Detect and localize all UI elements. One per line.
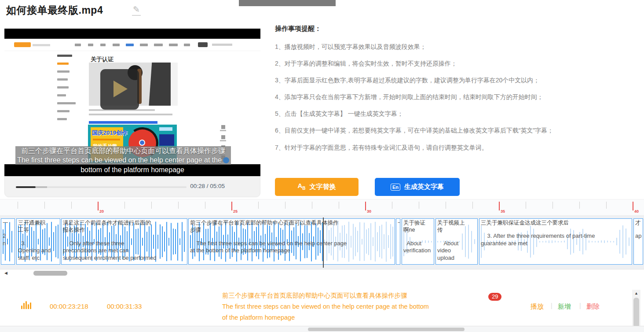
timeline-segment[interactable]: 才ap	[633, 218, 643, 265]
video-site-sidebar	[57, 55, 85, 126]
segment-zh-text: 才	[635, 219, 641, 226]
text-replace-button[interactable]: AB 文字替换	[275, 178, 359, 196]
add-subtitle-button[interactable]: 新增	[558, 302, 571, 311]
video-player: 关于认证 国庆2019创作	[4, 29, 260, 197]
generate-english-button[interactable]: En 生成英文字幕	[375, 178, 460, 196]
ruler-major-tick	[633, 202, 633, 210]
timeline-segment[interactable]: 三关于兼职保证金达成这三个要求后 3. After the three requ…	[479, 218, 632, 265]
tip-item: 1、播放视频时，可以预览字幕效果以及音频波段效果；	[275, 43, 643, 50]
segment-zh-text: 一	[3, 219, 13, 226]
playhead[interactable]	[323, 218, 324, 268]
start-time[interactable]: 00:00:23:218	[50, 302, 88, 310]
progress-bar[interactable]	[16, 186, 187, 188]
ruler-major-tick	[365, 202, 366, 210]
play-icon	[113, 81, 128, 97]
segment-en-text: 3. After the three requirements of part-…	[481, 232, 630, 247]
timeline-segment[interactable]: 一2 n	[1, 218, 15, 265]
progress-buffer	[36, 186, 47, 188]
segment-en-text: About video upload	[437, 240, 476, 262]
segment-zh-text: 关于验证 啊ne	[403, 219, 432, 234]
video-frame: 关于认证 国庆2019创作	[4, 29, 260, 176]
video-letterbox: bottom of the platform homepage	[4, 164, 260, 176]
tip-item: 6、目前仅支持一键中译英，若想要纯英文字幕，可在中译英的基础上修改英文字幕后下载…	[275, 127, 643, 134]
ruler-tick	[71, 202, 72, 209]
timeline-segment[interactable]: 关于视频上 传 About video upload	[435, 218, 478, 265]
ruler-tick	[258, 202, 259, 209]
ruler-tick	[18, 202, 18, 209]
play-button[interactable]	[100, 69, 139, 110]
delete-subtitle-button[interactable]: 删除	[586, 302, 600, 311]
timeline-scrollbar-thumb[interactable]	[33, 271, 67, 276]
subtitle-text-block[interactable]: 前三个步骤在平台首页底部的帮助中心页面可以查看具体操作步骤 The first …	[222, 290, 486, 323]
timeline-scrollbar: ◀	[0, 270, 644, 277]
subtitle-line-zh: 前三个步骤在平台首页底部的帮助中心页面可以查看具体操作步骤	[15, 146, 231, 155]
banner-title: 国庆2019创作	[92, 129, 128, 137]
ruler-tick	[339, 202, 339, 209]
segment-en-text: 3. Opening and staff, etc	[18, 240, 59, 262]
ruler-tick	[285, 202, 285, 209]
segment-zh-text: 前三个步骤在平台首页底部的帮助中心页面可以查看具体操作 步骤	[190, 219, 393, 234]
player-time: 00:28 / 05:05	[190, 183, 225, 189]
ruler-major-tick	[231, 202, 232, 210]
segment-zh-text: 满足这三个前提条件才能进行后面的 报名操作	[63, 219, 186, 234]
page-scrollbar	[0, 326, 644, 332]
ruler-tick	[205, 202, 205, 209]
segment-zh-text: 关于视频上 传	[437, 219, 476, 234]
ruler-major-tick	[98, 202, 99, 210]
play-subtitle-button[interactable]: 播放	[531, 302, 544, 311]
replace-icon: AB	[297, 182, 305, 191]
ruler-tick	[178, 202, 179, 209]
timeline-segment[interactable]: 三开通兼职 工等 3. Opening and staff, etc	[16, 218, 60, 265]
tip-item: 7、针对于字幕的字面意思，若有特殊专业词汇及语句，请自行调整英文单词。	[275, 144, 643, 151]
subtitle-en-text[interactable]: The first three steps can be viewed on t…	[222, 301, 486, 323]
timeline-segment[interactable]: 满足这三个前提条件才能进行后面的 报名操作 Only after these t…	[61, 218, 187, 265]
subtitle-editor-page: 如何接单最终版.mp4 ✎	[0, 0, 644, 332]
player-controls: 00:28 / 05:05	[4, 176, 260, 197]
scroll-left-arrow-icon[interactable]: ◀	[4, 271, 7, 275]
segment-en-text: 2 n	[3, 232, 13, 247]
ruler-tick-label: 25	[233, 209, 238, 214]
video-site-logo	[14, 42, 31, 47]
tip-item: 4、添加字幕只会在当前字幕下方新增，开始时间取上面的结束时间，结束时间取下方的开…	[275, 93, 643, 100]
ruler-tick-label: 30	[367, 209, 371, 214]
ruler-tick	[124, 202, 125, 209]
ruler-tick-label: 35	[501, 209, 505, 214]
waveform-icon[interactable]	[21, 301, 31, 309]
ruler-major-tick	[499, 202, 500, 210]
page-scrollbar-thumb[interactable]	[308, 328, 465, 331]
page-title: 如何接单最终版.mp4	[6, 4, 103, 17]
edit-title-icon[interactable]: ✎	[132, 4, 141, 16]
ruler-tick-label: 20	[99, 209, 104, 214]
subtitle-overlay: 前三个步骤在平台首页底部的帮助中心页面可以查看具体操作步骤 The first …	[15, 146, 231, 165]
segment-en-text: The first three steps can be viewed on t…	[190, 240, 393, 255]
ruler-tick	[44, 202, 45, 209]
tips-title: 操作事项提醒：	[275, 25, 321, 33]
timeline-segment[interactable]: 前三个步骤在平台首页底部的帮助中心页面可以查看具体操作 步骤 The first…	[188, 218, 395, 265]
list-scrollbar-thumb[interactable]	[633, 298, 639, 328]
timeline-ruler[interactable]: 2025303540	[0, 199, 644, 216]
ruler-tick	[151, 202, 152, 209]
end-time[interactable]: 00:00:31:33	[107, 302, 142, 310]
en-icon: En	[391, 184, 400, 191]
ruler-tick	[419, 202, 419, 209]
segment-en-text: About verification	[403, 240, 432, 255]
tips-list: 1、播放视频时，可以预览字幕效果以及音频波段效果；2、对于字幕的调整和编辑，将会…	[275, 43, 643, 161]
subtitle-line-en2: bottom of the platform homepage	[4, 164, 260, 176]
segment-zh-text: 三开通兼职 工等	[18, 219, 59, 234]
ruler-tick	[579, 202, 580, 209]
scroll-up-arrow-icon[interactable]: ▲	[632, 291, 640, 295]
segment-zh-text: 一	[398, 219, 399, 226]
timeline-segment[interactable]: 关于验证 啊ne About verification	[402, 218, 434, 265]
ruler-tick	[392, 202, 392, 209]
ruler-tick-label: 40	[634, 209, 639, 214]
ruler-tick	[446, 202, 446, 209]
ruler-tick	[526, 202, 526, 209]
segment-en-text: Only after these three preconditions are…	[63, 240, 186, 262]
progress-fill	[16, 186, 36, 188]
timeline-segment[interactable]: 一	[396, 218, 400, 265]
subtitle-zh-text[interactable]: 前三个步骤在平台首页底部的帮助中心页面可以查看具体操作步骤	[222, 290, 486, 301]
segment-zh-text: 三关于兼职保证金达成这三个要求后	[481, 219, 630, 226]
video-site-header	[4, 39, 260, 51]
tip-item: 3、字幕后面显示红色数字,表明字幕超过系统建议的字数，建议调整为单行字幕在20个…	[275, 77, 643, 84]
timeline-track: 一2 n三开通兼职 工等 3. Opening and staff, etc满足…	[0, 216, 644, 269]
